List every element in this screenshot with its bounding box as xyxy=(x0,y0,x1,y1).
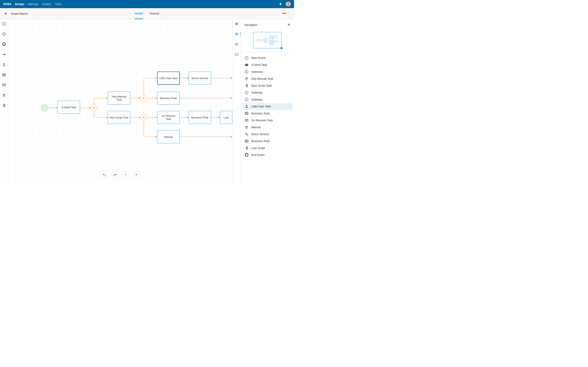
navigator-item[interactable]: Gateway xyxy=(242,68,292,75)
node-task[interactable]: Little User Task xyxy=(157,72,180,85)
notifications-icon[interactable] xyxy=(278,2,283,7)
navigator-item-label: Gateway xyxy=(251,98,263,101)
palette-script-icon[interactable] xyxy=(2,103,6,108)
navigator-item-label: Gateway xyxy=(251,91,263,94)
navigator-item-label: Go Receive Task xyxy=(251,119,273,122)
node-task[interactable]: Last xyxy=(220,111,232,124)
canvas-controls: −+ xyxy=(100,171,140,179)
svg-point-15 xyxy=(287,3,289,4)
palette-start-event-icon[interactable] xyxy=(2,22,6,26)
tab-source[interactable]: Source xyxy=(150,8,159,19)
palette-hand-icon[interactable] xyxy=(2,93,6,98)
palette-end-event-icon[interactable] xyxy=(2,42,6,47)
navigator-item[interactable]: Some Service xyxy=(242,131,292,138)
zoom-out-button[interactable]: − xyxy=(122,171,130,179)
navigator-item[interactable]: End Event xyxy=(242,151,292,158)
palette-table-icon[interactable] xyxy=(2,73,6,77)
navigator-item[interactable]: Little User Task xyxy=(242,103,292,110)
svg-rect-21 xyxy=(268,38,269,39)
navigator-item[interactable]: Last Script xyxy=(242,145,292,151)
back-button[interactable] xyxy=(3,11,8,16)
node-task[interactable]: A Send Task xyxy=(58,101,80,114)
zoom-in-button[interactable]: + xyxy=(132,171,140,179)
navigator-item-label: Start Event xyxy=(251,56,265,59)
svg-rect-29 xyxy=(278,41,279,42)
navigator-item[interactable]: Nice Script Task xyxy=(242,82,292,89)
rail-comment-icon[interactable] xyxy=(234,52,239,57)
navigator-item-label: Business Rule xyxy=(251,140,270,143)
navigator-item[interactable]: Go Receive Task xyxy=(242,117,292,124)
nav-track[interactable]: Track xyxy=(54,2,61,6)
envelope-solid-icon xyxy=(245,63,249,67)
svg-rect-23 xyxy=(270,36,273,38)
navigator-item-label: A Send Task xyxy=(251,63,267,67)
nav-deploy[interactable]: Deploy xyxy=(42,2,51,6)
redo-button[interactable] xyxy=(111,171,119,179)
svg-rect-19 xyxy=(264,38,267,40)
minimap[interactable] xyxy=(244,31,290,49)
palette-envelope-icon[interactable] xyxy=(2,83,6,87)
circle-bold-icon xyxy=(245,153,249,157)
user-avatar[interactable] xyxy=(286,2,291,7)
svg-point-16 xyxy=(256,40,257,41)
node-task[interactable]: Some Service xyxy=(189,72,211,85)
palette-user-icon[interactable] xyxy=(2,62,6,67)
circle-icon xyxy=(245,56,249,60)
svg-rect-27 xyxy=(274,36,277,38)
canvas[interactable]: ✕✕✕A Send TaskHey Manual TaskNice Script… xyxy=(8,19,232,184)
diamond-icon xyxy=(245,91,249,94)
node-task[interactable]: Business Rule xyxy=(189,111,211,124)
envelope-icon xyxy=(245,118,249,122)
navigator-item[interactable]: Manual xyxy=(242,124,292,131)
navigator-item[interactable]: Start Event xyxy=(242,54,292,61)
navigator-item-label: Last Script xyxy=(251,146,265,150)
navigator-item-label: Manual xyxy=(251,125,261,129)
navigator-item[interactable]: Hey Manual Task xyxy=(242,75,292,82)
script-icon xyxy=(245,84,249,87)
navigator-panel: Navigator ✕ xyxy=(241,19,294,184)
diamond-icon xyxy=(245,98,249,101)
hand-icon xyxy=(245,125,249,129)
nav-manage[interactable]: Manage xyxy=(28,2,38,6)
node-task[interactable]: Manual xyxy=(157,130,180,143)
navigator-item[interactable]: Business Rule xyxy=(242,110,292,117)
navigator-close-icon[interactable]: ✕ xyxy=(287,22,290,27)
navigator-item-label: Gateway xyxy=(251,70,263,73)
tab-model[interactable]: Model xyxy=(135,8,143,19)
svg-rect-25 xyxy=(270,41,273,43)
right-rail xyxy=(232,19,241,184)
svg-rect-17 xyxy=(258,39,261,41)
navigator-item[interactable]: Business Rule xyxy=(242,138,292,145)
navigator-item[interactable]: Gateway xyxy=(242,89,292,96)
diamond-icon xyxy=(245,70,249,74)
node-task[interactable]: Hey Manual Task xyxy=(108,92,130,105)
node-start-event[interactable] xyxy=(41,104,48,111)
svg-rect-22 xyxy=(268,41,269,42)
undo-button[interactable] xyxy=(100,171,108,179)
palette-gateway-icon[interactable] xyxy=(2,32,6,36)
node-task[interactable]: Nice Script Task xyxy=(108,111,130,124)
navigator-item-label: Hey Manual Task xyxy=(251,77,273,80)
navigator-item-label: Little User Task xyxy=(251,105,271,108)
left-palette xyxy=(0,19,8,184)
navigator-item[interactable]: Gateway xyxy=(242,96,292,103)
navigator-item-label: Business Rule xyxy=(251,112,270,115)
table-icon xyxy=(245,139,249,143)
node-task[interactable]: Go Receive Task xyxy=(157,111,180,124)
rail-map-icon[interactable] xyxy=(233,32,241,36)
rail-history-icon[interactable] xyxy=(234,42,239,47)
navigator-item-label: Some Service xyxy=(251,133,269,136)
navigator-item-label: Nice Script Task xyxy=(251,84,272,87)
palette-arrow-icon[interactable] xyxy=(2,52,6,57)
navigator-item[interactable]: A Send Task xyxy=(242,61,292,68)
script-icon xyxy=(245,146,249,150)
navigator-title: Navigator xyxy=(244,23,258,26)
node-task[interactable]: Business Rule xyxy=(157,92,180,105)
rail-sliders-icon[interactable] xyxy=(234,22,239,26)
minimap-resize-handle[interactable] xyxy=(281,47,283,49)
svg-rect-26 xyxy=(270,43,273,45)
hand-icon xyxy=(245,77,249,81)
svg-rect-20 xyxy=(264,41,267,43)
nav-design[interactable]: Design xyxy=(15,2,24,6)
more-menu[interactable]: ••• xyxy=(282,11,287,16)
